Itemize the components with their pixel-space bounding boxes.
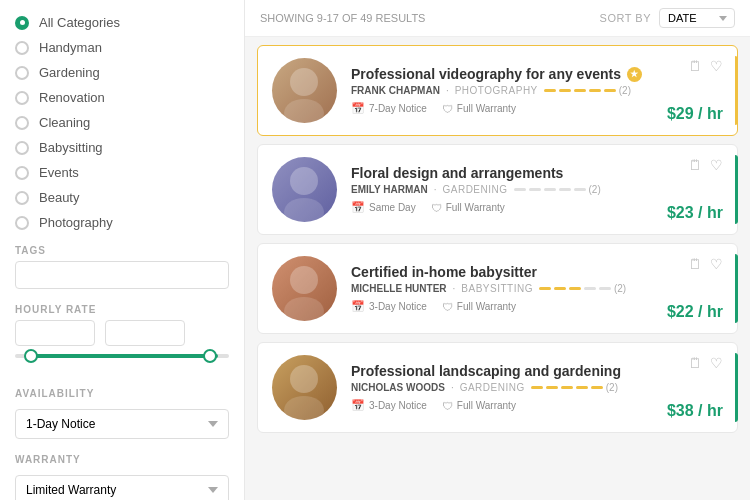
radio-babysitting — [15, 141, 29, 155]
verified-icon-1: ★ — [627, 67, 642, 82]
sidebar-item-all[interactable]: All Categories — [15, 10, 229, 35]
showing-text: SHOWING 9-17 OF 49 RESULTS — [260, 12, 425, 24]
svg-point-6 — [290, 365, 318, 393]
listing-badges-4: 📅3-Day Notice🛡Full Warranty — [351, 399, 657, 412]
main-content: SHOWING 9-17 OF 49 RESULTS SORT BY DATEP… — [245, 0, 750, 500]
stars-4: (2) — [531, 382, 618, 393]
avatar-3 — [272, 256, 337, 321]
listing-card-1[interactable]: Professional videography for any events★… — [257, 45, 738, 136]
listing-info-3: Certified in-home babysitterMICHELLE HUN… — [351, 264, 657, 313]
radio-all — [15, 16, 29, 30]
listing-title-4: Professional landscaping and gardening — [351, 363, 657, 379]
category-label-all: All Categories — [39, 15, 120, 30]
rate-min-input[interactable]: 21 — [15, 320, 95, 346]
calendar-icon-3: 📅 — [351, 300, 365, 313]
shield-icon-2: 🛡 — [431, 202, 442, 214]
listing-title-3: Certified in-home babysitter — [351, 264, 657, 280]
radio-beauty — [15, 191, 29, 205]
listing-badges-3: 📅3-Day Notice🛡Full Warranty — [351, 300, 657, 313]
rate-range-fill — [26, 354, 219, 358]
heart-icon-3[interactable]: ♡ — [710, 256, 723, 272]
listing-price-3: $22 / hr — [667, 303, 723, 321]
listing-price-2: $23 / hr — [667, 204, 723, 222]
category-label-renovation: Renovation — [39, 90, 105, 105]
warranty-select[interactable]: Limited WarrantyFull WarrantyNo Warranty — [15, 475, 229, 500]
sidebar-item-events[interactable]: Events — [15, 160, 229, 185]
shield-icon-3: 🛡 — [442, 301, 453, 313]
tags-label: TAGS — [0, 235, 244, 261]
main-header: SHOWING 9-17 OF 49 RESULTS SORT BY DATEP… — [245, 0, 750, 37]
svg-point-1 — [284, 99, 324, 123]
hourly-rate-label: HOURLY RATE — [0, 299, 244, 315]
svg-point-0 — [290, 68, 318, 96]
heart-icon-2[interactable]: ♡ — [710, 157, 723, 173]
calendar-icon-1: 📅 — [351, 102, 365, 115]
availability-select[interactable]: 1-Day NoticeSame Day3-Day Notice7-Day No… — [15, 409, 229, 439]
sidebar-item-cleaning[interactable]: Cleaning — [15, 110, 229, 135]
category-label-photography: Photography — [39, 215, 113, 230]
listing-card-4[interactable]: Professional landscaping and gardeningNI… — [257, 342, 738, 433]
availability-label: AVAILABILITY — [0, 378, 244, 404]
svg-point-7 — [284, 396, 324, 420]
rate-max-input[interactable]: 38 — [105, 320, 185, 346]
listing-info-1: Professional videography for any events★… — [351, 66, 657, 115]
category-label-gardening: Gardening — [39, 65, 100, 80]
availability-section: 1-Day NoticeSame Day3-Day Notice7-Day No… — [0, 404, 244, 444]
listing-meta-4: NICHOLAS WOODS·GARDENING(2) — [351, 382, 657, 393]
listing-title-2: Floral design and arrangements — [351, 165, 657, 181]
category-label-beauty: Beauty — [39, 190, 79, 205]
stars-1: (2) — [544, 85, 631, 96]
listing-actions-1: 🗒♡$29 / hr — [667, 58, 723, 123]
sidebar-item-babysitting[interactable]: Babysitting — [15, 135, 229, 160]
avatar-1 — [272, 58, 337, 123]
message-icon-2[interactable]: 🗒 — [688, 157, 702, 173]
tags-input[interactable] — [15, 261, 229, 289]
listing-card-3[interactable]: Certified in-home babysitterMICHELLE HUN… — [257, 243, 738, 334]
avatar-4 — [272, 355, 337, 420]
listing-actions-4: 🗒♡$38 / hr — [667, 355, 723, 420]
listing-price-4: $38 / hr — [667, 402, 723, 420]
heart-icon-4[interactable]: ♡ — [710, 355, 723, 371]
warranty-label: WARRANTY — [0, 444, 244, 470]
rate-range-thumb-max[interactable] — [203, 349, 217, 363]
message-icon-3[interactable]: 🗒 — [688, 256, 702, 272]
listing-title-1: Professional videography for any events★ — [351, 66, 657, 82]
category-list: All CategoriesHandymanGardeningRenovatio… — [0, 10, 244, 235]
avatar-2 — [272, 157, 337, 222]
category-label-handyman: Handyman — [39, 40, 102, 55]
warranty-section: Limited WarrantyFull WarrantyNo Warranty — [0, 470, 244, 500]
rate-range-thumb-min[interactable] — [24, 349, 38, 363]
shield-icon-1: 🛡 — [442, 103, 453, 115]
sidebar-item-gardening[interactable]: Gardening — [15, 60, 229, 85]
shield-icon-4: 🛡 — [442, 400, 453, 412]
listing-card-2[interactable]: Floral design and arrangementsEMILY HARM… — [257, 144, 738, 235]
radio-events — [15, 166, 29, 180]
svg-point-3 — [284, 198, 324, 222]
listing-actions-2: 🗒♡$23 / hr — [667, 157, 723, 222]
listing-info-4: Professional landscaping and gardeningNI… — [351, 363, 657, 412]
listing-info-2: Floral design and arrangementsEMILY HARM… — [351, 165, 657, 214]
calendar-icon-4: 📅 — [351, 399, 365, 412]
rate-range-track — [15, 354, 229, 358]
radio-gardening — [15, 66, 29, 80]
heart-icon-1[interactable]: ♡ — [710, 58, 723, 74]
listing-meta-1: FRANK CHAPMAN·PHOTOGRAPHY(2) — [351, 85, 657, 96]
category-label-events: Events — [39, 165, 79, 180]
sidebar-item-photography[interactable]: Photography — [15, 210, 229, 235]
radio-cleaning — [15, 116, 29, 130]
sidebar-item-handyman[interactable]: Handyman — [15, 35, 229, 60]
message-icon-4[interactable]: 🗒 — [688, 355, 702, 371]
sidebar: All CategoriesHandymanGardeningRenovatio… — [0, 0, 245, 500]
listings-container: Professional videography for any events★… — [245, 37, 750, 500]
listing-meta-3: MICHELLE HUNTER·BABYSITTING(2) — [351, 283, 657, 294]
svg-point-5 — [284, 297, 324, 321]
sidebar-item-renovation[interactable]: Renovation — [15, 85, 229, 110]
radio-handyman — [15, 41, 29, 55]
sort-select[interactable]: DATEPRICERATING — [659, 8, 735, 28]
sidebar-item-beauty[interactable]: Beauty — [15, 185, 229, 210]
message-icon-1[interactable]: 🗒 — [688, 58, 702, 74]
listing-price-1: $29 / hr — [667, 105, 723, 123]
stars-2: (2) — [514, 184, 601, 195]
category-label-babysitting: Babysitting — [39, 140, 103, 155]
svg-point-2 — [290, 167, 318, 195]
